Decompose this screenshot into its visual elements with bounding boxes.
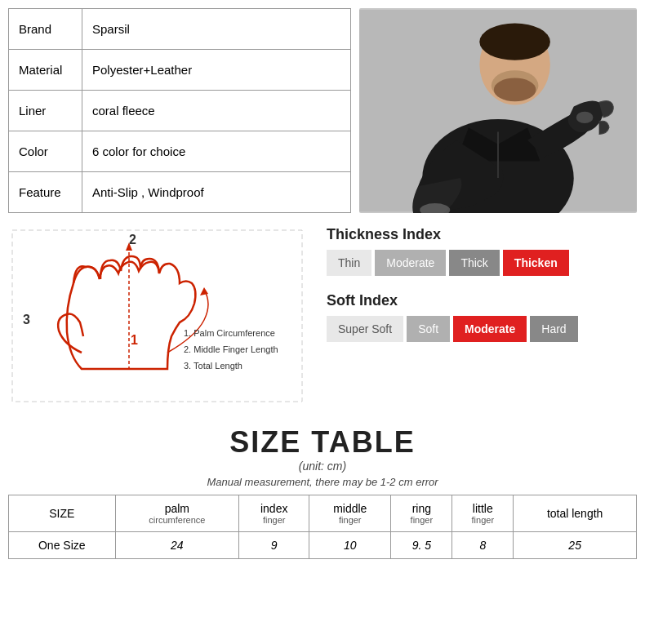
soft-cell: Soft [407, 316, 450, 342]
product-image-container [359, 8, 637, 213]
size-header-cell: littlefinger [452, 495, 514, 532]
spec-label: Color [9, 131, 82, 172]
svg-point-6 [494, 78, 536, 101]
thickness-index-title: Thickness Index [327, 226, 637, 243]
index-section: Thickness Index ThinModerateThickThicken… [318, 226, 637, 358]
size-table-title: SIZE TABLE [8, 425, 637, 460]
spec-value: Polyester+Leather [82, 50, 351, 91]
svg-point-4 [479, 23, 550, 60]
top-section: BrandSparsilMaterialPolyester+LeatherLin… [8, 8, 637, 213]
spec-value: coral fleece [82, 91, 351, 131]
svg-point-8 [576, 112, 594, 123]
thickness-cell: Thin [327, 250, 371, 276]
size-header-cell: palmcircumference [115, 495, 239, 532]
size-data-row: One Size249109. 5825 [9, 532, 637, 559]
svg-text:3: 3 [23, 313, 30, 326]
product-svg [359, 8, 637, 213]
size-data-cell: One Size [9, 532, 116, 559]
size-data-cell: 9. 5 [391, 532, 452, 559]
page-wrapper: BrandSparsilMaterialPolyester+LeatherLin… [0, 0, 645, 575]
specs-table: BrandSparsilMaterialPolyester+LeatherLin… [8, 8, 351, 213]
soft-cell: Moderate [453, 316, 527, 342]
soft-cell: Hard [530, 316, 577, 342]
size-table-section: SIZE TABLE (unit: cm) Manual measurement… [8, 425, 637, 559]
size-data-cell: 9 [239, 532, 309, 559]
size-table-unit: (unit: cm) [8, 460, 637, 473]
spec-value: Anti-Slip , Windproof [82, 172, 351, 213]
soft-index-title: Soft Index [327, 292, 637, 309]
size-header-cell: ringfinger [391, 495, 452, 532]
size-header-cell: total length [514, 495, 637, 532]
spec-row: FeatureAnti-Slip , Windproof [9, 172, 351, 213]
hand-diagram: 2 3 1 [8, 226, 310, 409]
svg-text:3. Total Length: 3. Total Length [184, 361, 242, 371]
spec-row: Color6 color for choice [9, 131, 351, 172]
svg-marker-15 [200, 287, 208, 295]
size-table-note: Manual measurement, there may be 1-2 cm … [8, 476, 637, 488]
svg-text:2: 2 [129, 233, 136, 246]
soft-index-row: Super SoftSoftModerateHard [327, 316, 637, 342]
spec-label: Liner [9, 91, 82, 131]
hand-diagram-svg: 2 3 1 [8, 226, 310, 406]
size-header-cell: indexfinger [239, 495, 309, 532]
spec-row: BrandSparsil [9, 9, 351, 50]
size-data-table: SIZEpalmcircumferenceindexfingermiddlefi… [8, 495, 637, 559]
size-header-cell: middlefinger [309, 495, 391, 532]
size-data-cell: 8 [452, 532, 514, 559]
svg-text:1: 1 [131, 333, 138, 347]
thickness-cell: Moderate [375, 250, 446, 276]
thickness-cell: Thick [449, 250, 499, 276]
spec-label: Feature [9, 172, 82, 213]
spec-value: Sparsil [82, 9, 351, 50]
size-header-cell: SIZE [9, 495, 116, 532]
spec-value: 6 color for choice [82, 131, 351, 172]
spec-label: Material [9, 50, 82, 91]
size-data-cell: 25 [514, 532, 637, 559]
spec-row: Linercoral fleece [9, 91, 351, 131]
thickness-cell: Thicken [503, 250, 569, 276]
svg-text:2. Middle Finger Length: 2. Middle Finger Length [184, 344, 278, 354]
size-header-row: SIZEpalmcircumferenceindexfingermiddlefi… [9, 495, 637, 532]
soft-cell: Super Soft [327, 316, 403, 342]
spec-label: Brand [9, 9, 82, 50]
size-data-cell: 10 [309, 532, 391, 559]
thickness-index-row: ThinModerateThickThicken [327, 250, 637, 276]
svg-text:1. Palm Circumference: 1. Palm Circumference [184, 328, 275, 338]
svg-rect-10 [12, 230, 302, 402]
product-image [359, 8, 637, 213]
size-data-cell: 24 [115, 532, 239, 559]
middle-section: 2 3 1 [8, 226, 637, 409]
spec-row: MaterialPolyester+Leather [9, 50, 351, 91]
